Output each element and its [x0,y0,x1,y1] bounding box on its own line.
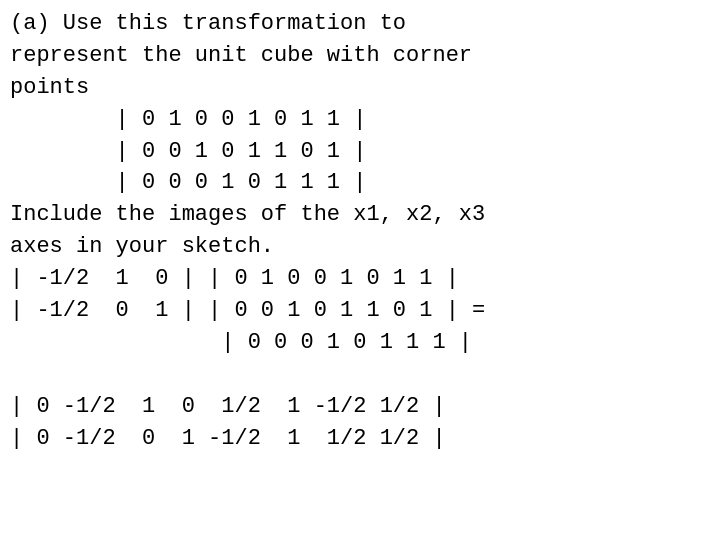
main-content: (a) Use this transformation to represent… [10,8,710,454]
